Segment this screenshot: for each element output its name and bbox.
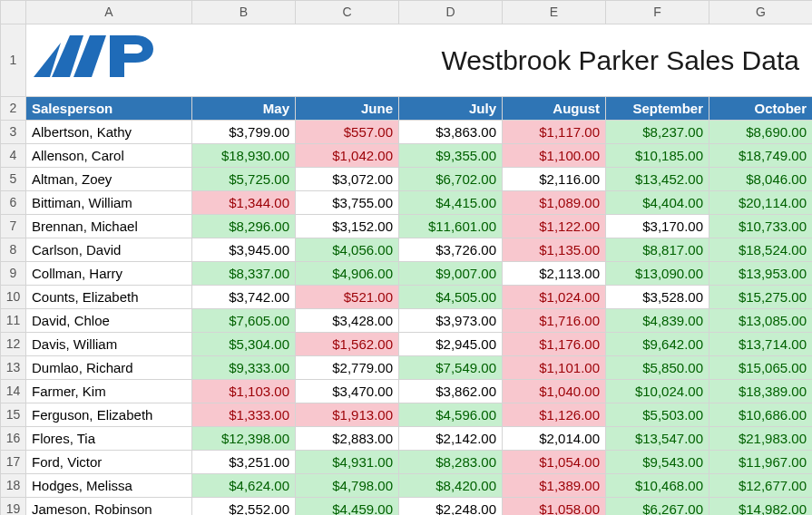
cell-value[interactable]: $3,742.00 xyxy=(192,286,296,309)
row-header-19[interactable]: 19 xyxy=(1,498,26,516)
row-header-3[interactable]: 3 xyxy=(1,121,26,144)
col-header-A[interactable]: A xyxy=(26,1,192,24)
row-header-7[interactable]: 7 xyxy=(1,215,26,238)
cell-salesperson[interactable]: Counts, Elizabeth xyxy=(26,286,192,309)
cell-value[interactable]: $10,686.00 xyxy=(709,403,813,427)
cell-value[interactable]: $1,117.00 xyxy=(503,121,606,144)
cell-value[interactable]: $10,468.00 xyxy=(606,474,709,498)
cell-value[interactable]: $1,135.00 xyxy=(503,238,606,262)
cell-salesperson[interactable]: David, Chloe xyxy=(26,309,192,333)
cell-value[interactable]: $1,040.00 xyxy=(503,380,606,403)
cell-value[interactable]: $15,275.00 xyxy=(709,286,813,309)
cell-value[interactable]: $7,549.00 xyxy=(399,356,503,380)
cell-value[interactable]: $3,251.00 xyxy=(192,451,296,474)
cell-value[interactable]: $13,452.00 xyxy=(606,168,709,191)
cell-value[interactable]: $9,007.00 xyxy=(399,262,503,286)
cell-salesperson[interactable]: Collman, Harry xyxy=(26,262,192,286)
cell-salesperson[interactable]: Farmer, Kim xyxy=(26,380,192,403)
select-all-corner[interactable] xyxy=(1,1,26,24)
cell-value[interactable]: $10,024.00 xyxy=(606,380,709,403)
cell-value[interactable]: $3,863.00 xyxy=(399,121,503,144)
cell-salesperson[interactable]: Ford, Victor xyxy=(26,451,192,474)
cell-value[interactable]: $557.00 xyxy=(296,121,399,144)
cell-value[interactable]: $13,714.00 xyxy=(709,333,813,356)
cell-salesperson[interactable]: Flores, Tia xyxy=(26,427,192,451)
cell-value[interactable]: $11,967.00 xyxy=(709,451,813,474)
cell-value[interactable]: $5,850.00 xyxy=(606,356,709,380)
header-october[interactable]: October xyxy=(709,97,813,121)
cell-value[interactable]: $5,503.00 xyxy=(606,403,709,427)
cell-value[interactable]: $2,552.00 xyxy=(192,498,296,516)
cell-salesperson[interactable]: Altman, Zoey xyxy=(26,168,192,191)
cell-value[interactable]: $3,428.00 xyxy=(296,309,399,333)
cell-value[interactable]: $2,248.00 xyxy=(399,498,503,516)
cell-salesperson[interactable]: Dumlao, Richard xyxy=(26,356,192,380)
cell-value[interactable]: $4,459.00 xyxy=(296,498,399,516)
cell-value[interactable]: $5,725.00 xyxy=(192,168,296,191)
cell-salesperson[interactable]: Bittiman, William xyxy=(26,191,192,215)
cell-value[interactable]: $1,562.00 xyxy=(296,333,399,356)
cell-value[interactable]: $1,333.00 xyxy=(192,403,296,427)
header-may[interactable]: May xyxy=(192,97,296,121)
cell-value[interactable]: $12,677.00 xyxy=(709,474,813,498)
cell-value[interactable]: $9,333.00 xyxy=(192,356,296,380)
row-header-2[interactable]: 2 xyxy=(1,97,26,121)
cell-value[interactable]: $18,930.00 xyxy=(192,144,296,168)
cell-value[interactable]: $1,716.00 xyxy=(503,309,606,333)
row-header-18[interactable]: 18 xyxy=(1,474,26,498)
row-header-13[interactable]: 13 xyxy=(1,356,26,380)
cell-value[interactable]: $8,283.00 xyxy=(399,451,503,474)
cell-value[interactable]: $1,042.00 xyxy=(296,144,399,168)
col-header-D[interactable]: D xyxy=(399,1,503,24)
col-header-E[interactable]: E xyxy=(503,1,606,24)
cell-value[interactable]: $8,420.00 xyxy=(399,474,503,498)
cell-value[interactable]: $8,237.00 xyxy=(606,121,709,144)
cell-value[interactable]: $6,702.00 xyxy=(399,168,503,191)
cell-value[interactable]: $1,176.00 xyxy=(503,333,606,356)
cell-value[interactable]: $20,114.00 xyxy=(709,191,813,215)
col-header-B[interactable]: B xyxy=(192,1,296,24)
cell-value[interactable]: $3,973.00 xyxy=(399,309,503,333)
row-header-6[interactable]: 6 xyxy=(1,191,26,215)
cell-value[interactable]: $3,945.00 xyxy=(192,238,296,262)
cell-value[interactable]: $4,839.00 xyxy=(606,309,709,333)
row-header-10[interactable]: 10 xyxy=(1,286,26,309)
row-header-1[interactable]: 1 xyxy=(1,24,26,97)
row-header-12[interactable]: 12 xyxy=(1,333,26,356)
cell-value[interactable]: $13,547.00 xyxy=(606,427,709,451)
row-header-14[interactable]: 14 xyxy=(1,380,26,403)
cell-value[interactable]: $13,090.00 xyxy=(606,262,709,286)
cell-value[interactable]: $3,726.00 xyxy=(399,238,503,262)
row-header-9[interactable]: 9 xyxy=(1,262,26,286)
cell-value[interactable]: $21,983.00 xyxy=(709,427,813,451)
cell-value[interactable]: $2,883.00 xyxy=(296,427,399,451)
cell-value[interactable]: $9,355.00 xyxy=(399,144,503,168)
header-august[interactable]: August xyxy=(503,97,606,121)
cell-value[interactable]: $4,906.00 xyxy=(296,262,399,286)
cell-value[interactable]: $1,389.00 xyxy=(503,474,606,498)
cell-value[interactable]: $11,601.00 xyxy=(399,215,503,238)
cell-value[interactable]: $3,072.00 xyxy=(296,168,399,191)
col-header-F[interactable]: F xyxy=(606,1,709,24)
cell-value[interactable]: $4,415.00 xyxy=(399,191,503,215)
cell-value[interactable]: $3,170.00 xyxy=(606,215,709,238)
row-header-15[interactable]: 15 xyxy=(1,403,26,427)
cell-value[interactable]: $14,982.00 xyxy=(709,498,813,516)
cell-value[interactable]: $1,122.00 xyxy=(503,215,606,238)
cell-value[interactable]: $3,528.00 xyxy=(606,286,709,309)
header-september[interactable]: September xyxy=(606,97,709,121)
cell-value[interactable]: $2,779.00 xyxy=(296,356,399,380)
col-header-G[interactable]: G xyxy=(709,1,813,24)
cell-value[interactable]: $3,862.00 xyxy=(399,380,503,403)
cell-value[interactable]: $8,046.00 xyxy=(709,168,813,191)
cell-value[interactable]: $4,798.00 xyxy=(296,474,399,498)
cell-salesperson[interactable]: Brennan, Michael xyxy=(26,215,192,238)
cell-value[interactable]: $1,089.00 xyxy=(503,191,606,215)
cell-value[interactable]: $3,152.00 xyxy=(296,215,399,238)
cell-value[interactable]: $9,543.00 xyxy=(606,451,709,474)
header-salesperson[interactable]: Salesperson xyxy=(26,97,192,121)
cell-value[interactable]: $3,470.00 xyxy=(296,380,399,403)
cell-value[interactable]: $4,596.00 xyxy=(399,403,503,427)
row-header-5[interactable]: 5 xyxy=(1,168,26,191)
cell-value[interactable]: $1,054.00 xyxy=(503,451,606,474)
